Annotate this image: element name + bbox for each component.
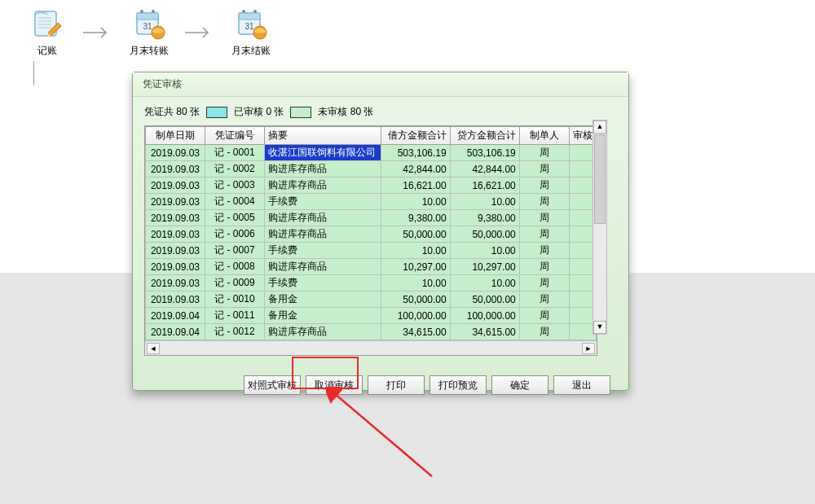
cell-debit[interactable]: 34,615.00 bbox=[381, 324, 450, 340]
cell-num[interactable]: 记 - 0003 bbox=[205, 177, 264, 194]
cell-date[interactable]: 2019.09.03 bbox=[146, 194, 205, 210]
cell-date[interactable]: 2019.09.03 bbox=[146, 177, 205, 194]
print-preview-button[interactable]: 打印预览 bbox=[430, 375, 487, 395]
cell-date[interactable]: 2019.09.03 bbox=[146, 145, 205, 161]
cancel-audit-button[interactable]: 取消审核 bbox=[306, 375, 363, 395]
scroll-left-icon[interactable]: ◄ bbox=[147, 343, 160, 354]
cell-debit[interactable]: 42,844.00 bbox=[381, 161, 450, 177]
cell-summ[interactable]: 手续费 bbox=[264, 194, 381, 210]
cell-summ[interactable]: 备用金 bbox=[264, 291, 381, 308]
cell-date[interactable]: 2019.09.03 bbox=[146, 210, 205, 226]
cell-debit[interactable]: 9,380.00 bbox=[381, 210, 450, 226]
cell-credit[interactable]: 10.00 bbox=[450, 194, 519, 210]
cell-maker[interactable]: 周 bbox=[519, 308, 569, 324]
cell-num[interactable]: 记 - 0008 bbox=[205, 259, 264, 275]
cell-maker[interactable]: 周 bbox=[519, 243, 569, 259]
cell-credit[interactable]: 42,844.00 bbox=[450, 161, 519, 177]
table-row[interactable]: 2019.09.03记 - 0001收湛江国联饲料有限公司503,106.195… bbox=[146, 145, 597, 161]
cell-date[interactable]: 2019.09.03 bbox=[146, 161, 205, 177]
cell-credit[interactable]: 34,615.00 bbox=[450, 324, 519, 340]
cell-debit[interactable]: 10.00 bbox=[381, 243, 450, 259]
cell-num[interactable]: 记 - 0009 bbox=[205, 275, 264, 291]
exit-button[interactable]: 退出 bbox=[553, 375, 610, 395]
cell-debit[interactable]: 10,297.00 bbox=[381, 259, 450, 275]
cell-num[interactable]: 记 - 0012 bbox=[205, 324, 264, 340]
scroll-up-icon[interactable]: ▲ bbox=[593, 121, 606, 134]
table-row[interactable]: 2019.09.03记 - 0005购进库存商品9,380.009,380.00… bbox=[146, 210, 597, 226]
voucher-table[interactable]: 制单日期 凭证编号 摘要 借方金额合计 贷方金额合计 制单人 审核 2019.0… bbox=[144, 125, 597, 356]
col-header-maker[interactable]: 制单人 bbox=[519, 127, 569, 145]
scroll-right-icon[interactable]: ► bbox=[582, 343, 595, 354]
cell-debit[interactable]: 100,000.00 bbox=[381, 308, 450, 324]
cell-num[interactable]: 记 - 0002 bbox=[205, 161, 264, 177]
cell-credit[interactable]: 50,000.00 bbox=[450, 291, 519, 308]
cell-summ[interactable]: 备用金 bbox=[264, 308, 381, 324]
cell-summ[interactable]: 购进库存商品 bbox=[264, 324, 381, 340]
cell-maker[interactable]: 周 bbox=[519, 226, 569, 243]
cell-num[interactable]: 记 - 0011 bbox=[205, 308, 264, 324]
cell-date[interactable]: 2019.09.03 bbox=[146, 226, 205, 243]
table-row[interactable]: 2019.09.03记 - 0010备用金50,000.0050,000.00周 bbox=[146, 291, 597, 308]
cell-num[interactable]: 记 - 0001 bbox=[205, 145, 264, 161]
cell-maker[interactable]: 周 bbox=[519, 177, 569, 194]
table-row[interactable]: 2019.09.03记 - 0009手续费10.0010.00周 bbox=[146, 275, 597, 291]
cell-maker[interactable]: 周 bbox=[519, 275, 569, 291]
toolbar-item-month-transfer[interactable]: 31 月末转账 bbox=[114, 0, 183, 58]
cell-summ[interactable]: 手续费 bbox=[264, 275, 381, 291]
table-row[interactable]: 2019.09.03记 - 0006购进库存商品50,000.0050,000.… bbox=[146, 226, 597, 243]
cell-credit[interactable]: 503,106.19 bbox=[450, 145, 519, 161]
cell-num[interactable]: 记 - 0004 bbox=[205, 194, 264, 210]
cell-summ[interactable]: 购进库存商品 bbox=[264, 177, 381, 194]
col-header-summ[interactable]: 摘要 bbox=[264, 127, 381, 145]
scroll-down-icon[interactable]: ▼ bbox=[593, 321, 606, 334]
col-header-debit[interactable]: 借方金额合计 bbox=[381, 127, 450, 145]
col-header-num[interactable]: 凭证编号 bbox=[205, 127, 264, 145]
cell-debit[interactable]: 16,621.00 bbox=[381, 177, 450, 194]
cell-credit[interactable]: 9,380.00 bbox=[450, 210, 519, 226]
cell-debit[interactable]: 50,000.00 bbox=[381, 291, 450, 308]
cell-summ[interactable]: 购进库存商品 bbox=[264, 210, 381, 226]
cell-num[interactable]: 记 - 0010 bbox=[205, 291, 264, 308]
cell-debit[interactable]: 10.00 bbox=[381, 194, 450, 210]
cell-credit[interactable]: 16,621.00 bbox=[450, 177, 519, 194]
cell-maker[interactable]: 周 bbox=[519, 324, 569, 340]
cell-date[interactable]: 2019.09.04 bbox=[146, 308, 205, 324]
cell-maker[interactable]: 周 bbox=[519, 145, 569, 161]
vertical-scrollbar[interactable]: ▲ ▼ bbox=[593, 120, 607, 335]
table-row[interactable]: 2019.09.03记 - 0007手续费10.0010.00周 bbox=[146, 243, 597, 259]
cell-date[interactable]: 2019.09.03 bbox=[146, 243, 205, 259]
table-row[interactable]: 2019.09.03记 - 0008购进库存商品10,297.0010,297.… bbox=[146, 259, 597, 275]
cell-date[interactable]: 2019.09.03 bbox=[146, 291, 205, 308]
print-button[interactable]: 打印 bbox=[368, 375, 425, 395]
cell-maker[interactable]: 周 bbox=[519, 259, 569, 275]
cell-credit[interactable]: 10.00 bbox=[450, 243, 519, 259]
toolbar-item-month-close[interactable]: 31 月末结账 bbox=[216, 0, 285, 58]
table-row[interactable]: 2019.09.04记 - 0012购进库存商品34,615.0034,615.… bbox=[146, 324, 597, 340]
cell-summ[interactable]: 购进库存商品 bbox=[264, 161, 381, 177]
table-row[interactable]: 2019.09.03记 - 0002购进库存商品42,844.0042,844.… bbox=[146, 161, 597, 177]
cell-debit[interactable]: 10.00 bbox=[381, 275, 450, 291]
cell-date[interactable]: 2019.09.04 bbox=[146, 324, 205, 340]
cell-credit[interactable]: 100,000.00 bbox=[450, 308, 519, 324]
cell-date[interactable]: 2019.09.03 bbox=[146, 259, 205, 275]
table-row[interactable]: 2019.09.04记 - 0011备用金100,000.00100,000.0… bbox=[146, 308, 597, 324]
cell-num[interactable]: 记 - 0007 bbox=[205, 243, 264, 259]
cell-num[interactable]: 记 - 0005 bbox=[205, 210, 264, 226]
cell-summ[interactable]: 收湛江国联饲料有限公司 bbox=[264, 145, 381, 161]
cell-summ[interactable]: 购进库存商品 bbox=[264, 259, 381, 275]
col-header-credit[interactable]: 贷方金额合计 bbox=[450, 127, 519, 145]
toolbar-item-post[interactable]: 记账 bbox=[12, 0, 82, 58]
cell-maker[interactable]: 周 bbox=[519, 161, 569, 177]
cell-credit[interactable]: 10.00 bbox=[450, 275, 519, 291]
horizontal-scrollbar[interactable]: ◄ ► bbox=[145, 340, 597, 355]
cell-maker[interactable]: 周 bbox=[519, 291, 569, 308]
cell-date[interactable]: 2019.09.03 bbox=[146, 275, 205, 291]
ok-button[interactable]: 确定 bbox=[491, 375, 548, 395]
compare-audit-button[interactable]: 对照式审核 bbox=[244, 375, 301, 395]
cell-credit[interactable]: 50,000.00 bbox=[450, 226, 519, 243]
cell-maker[interactable]: 周 bbox=[519, 210, 569, 226]
cell-debit[interactable]: 503,106.19 bbox=[381, 145, 450, 161]
cell-maker[interactable]: 周 bbox=[519, 194, 569, 210]
table-row[interactable]: 2019.09.03记 - 0003购进库存商品16,621.0016,621.… bbox=[146, 177, 597, 194]
col-header-date[interactable]: 制单日期 bbox=[146, 127, 205, 145]
